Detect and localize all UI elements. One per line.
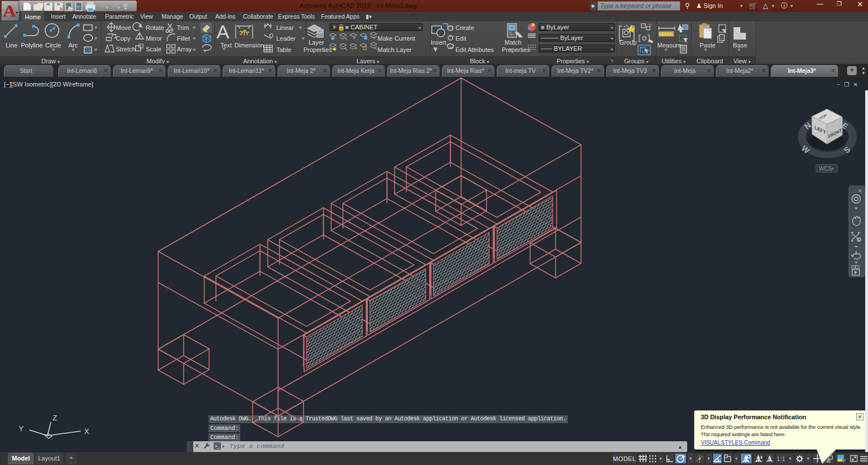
svg-text:▾: ▾	[299, 24, 302, 31]
svg-text:▾: ▾	[94, 35, 97, 41]
svg-text:▾: ▾	[434, 46, 437, 52]
svg-text:▾: ▾	[118, 5, 120, 10]
svg-text:▾: ▾	[302, 35, 305, 41]
svg-text:▾: ▾	[193, 46, 196, 53]
svg-text:▾: ▾	[94, 24, 97, 31]
svg-text:▾: ▾	[193, 24, 196, 31]
svg-text:▾: ▾	[193, 35, 196, 41]
svg-text:▾: ▾	[94, 46, 97, 53]
svg-text:A: A	[216, 21, 229, 42]
svg-text:▾: ▾	[106, 5, 108, 10]
